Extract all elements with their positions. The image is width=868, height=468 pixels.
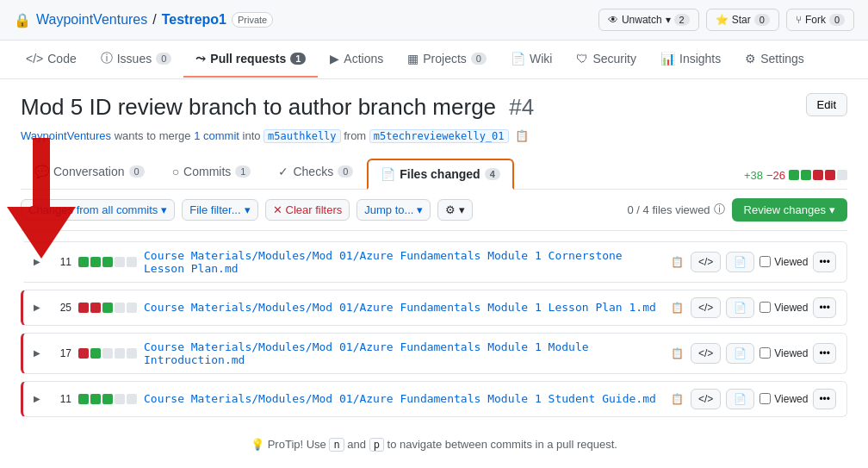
pr-tab-checks[interactable]: ✓ Checks 0 [264,156,367,189]
file-path-2[interactable]: Course Materials/Modules/Mod 01/Azure Fu… [144,301,664,314]
nav-tabs: </> Code ⓘ Issues 0 ⤳ Pull requests 1 ▶ … [0,41,868,79]
changes-label: Changes from all commits [28,203,158,216]
tab-insights[interactable]: 📊 Insights [648,41,733,78]
stat-block-green-1 [789,170,799,180]
commits-icon: ○ [172,165,179,178]
checks-icon: ✓ [278,165,288,178]
table-row: ▶ 11 Course Materials/Modules/Mod 01/Azu… [21,381,847,417]
more-button-4[interactable]: ••• [813,389,836,409]
view-file-button-2[interactable]: 📄 [726,297,754,318]
stat-block-gray-1 [837,170,847,180]
file-lines-1: 11 [51,256,71,268]
pr-tab-commits[interactable]: ○ Commits 1 [158,156,265,189]
repo-actions: 👁 Unwatch ▾ 2 ⭐ Star 0 ⑂ Fork 0 [598,9,854,31]
changes-from-button[interactable]: Changes from all commits ▾ [21,199,175,221]
view-file-button-3[interactable]: 📄 [726,343,754,364]
view-code-button-2[interactable]: </> [691,297,721,318]
view-file-button-1[interactable]: 📄 [726,252,754,272]
file-copy-icon-1[interactable]: 📋 [671,256,684,268]
edit-button[interactable]: Edit [806,93,847,116]
diff-block [127,348,137,359]
viewed-label-1[interactable]: Viewed [760,256,808,268]
viewed-checkbox-3[interactable] [760,347,771,359]
more-button-1[interactable]: ••• [813,252,836,272]
star-button[interactable]: ⭐ Star 0 [706,9,779,31]
tab-code[interactable]: </> Code [14,41,89,78]
view-code-button-4[interactable]: </> [691,389,721,409]
commit-count-link[interactable]: 1 commit [194,129,239,142]
file-copy-icon-2[interactable]: 📋 [671,302,684,314]
settings-icon: ⚙ [745,52,756,66]
repo-title: 🔒 WaypointVentures / Testrepo1 Private [14,12,273,28]
tab-security[interactable]: 🛡 Security [564,41,648,78]
file-actions-2: </> 📄 Viewed ••• [691,297,836,318]
more-button-3[interactable]: ••• [813,343,836,364]
file-copy-icon-3[interactable]: 📋 [671,347,684,359]
tab-pull-requests[interactable]: ⤳ Pull requests 1 [183,41,318,78]
jump-to-button[interactable]: Jump to... ▾ [356,199,431,221]
issues-icon: ⓘ [101,51,113,66]
diff-block [102,348,113,359]
expander-icon-4[interactable]: ▶ [30,392,44,405]
fork-button[interactable]: ⑂ Fork 0 [786,9,854,31]
copy-icon[interactable]: 📋 [515,129,529,142]
diff-block [115,303,125,313]
expander-icon-2[interactable]: ▶ [30,301,44,314]
stat-blocks [789,170,847,180]
viewed-checkbox-2[interactable] [760,302,771,313]
diff-block [78,257,89,267]
diff-block [78,303,89,313]
diff-block [115,394,125,404]
author-link[interactable]: WaypointVentures [21,129,111,142]
expander-icon-3[interactable]: ▶ [30,346,44,359]
view-code-button-1[interactable]: </> [691,252,721,272]
file-copy-icon-4[interactable]: 📋 [671,393,684,405]
files-viewed: 0 / 4 files viewed ⓘ [628,202,725,217]
target-branch-link[interactable]: m5authkelly [264,129,340,143]
file-lines-4: 11 [51,393,71,405]
review-changes-button[interactable]: Review changes ▾ [732,198,847,222]
view-code-button-3[interactable]: </> [691,343,721,364]
file-actions-4: </> 📄 Viewed ••• [691,389,836,409]
gear-dropdown-icon: ▾ [459,203,465,216]
tab-settings[interactable]: ⚙ Settings [733,41,816,78]
diff-block [90,348,101,359]
dropdown-icon: ▾ [161,203,167,216]
viewed-checkbox-4[interactable] [760,393,771,404]
pr-tab-files-changed[interactable]: 📄 Files changed 4 [367,159,513,190]
file-filter-button[interactable]: File filter... ▾ [182,199,257,221]
security-icon: 🛡 [576,52,588,66]
diff-stats: +38 −26 [744,169,847,189]
clear-filters-button[interactable]: ✕ Clear filters [265,199,350,221]
repo-link[interactable]: Testrepo1 [162,12,226,28]
tab-actions[interactable]: ▶ Actions [318,41,395,78]
pr-tab-conversation[interactable]: 💬 Conversation 0 [21,156,158,189]
expander-icon-1[interactable]: ▶ [30,255,44,268]
tab-wiki[interactable]: 📄 Wiki [499,41,564,78]
unwatch-button[interactable]: 👁 Unwatch ▾ 2 [598,9,699,31]
tab-projects[interactable]: ▦ Projects 0 [395,41,499,78]
org-link[interactable]: WaypointVentures [36,12,147,28]
source-branch-link[interactable]: m5techreviewekelly_01 [369,129,509,143]
view-file-button-4[interactable]: 📄 [726,389,754,409]
file-path-3[interactable]: Course Materials/Modules/Mod 01/Azure Fu… [144,340,664,366]
stat-block-red-2 [825,170,835,180]
projects-icon: ▦ [407,52,418,66]
viewed-label-2[interactable]: Viewed [760,302,808,314]
viewed-label-3[interactable]: Viewed [760,347,808,359]
file-actions-1: </> 📄 Viewed ••• [691,252,836,272]
tab-issues[interactable]: ⓘ Issues 0 [89,41,184,78]
more-button-2[interactable]: ••• [813,297,836,318]
pr-title-row: Mod 5 ID review branch to author branch … [21,93,847,122]
code-icon: </> [26,52,43,66]
viewed-checkbox-1[interactable] [760,256,771,267]
viewed-label-4[interactable]: Viewed [760,393,808,405]
file-path-1[interactable]: Course Materials/Modules/Mod 01/Azure Fu… [144,249,664,275]
star-icon: ⭐ [716,14,728,26]
table-row: ▶ 25 Course Materials/Modules/Mod 01/Azu… [21,290,847,326]
file-path-4[interactable]: Course Materials/Modules/Mod 01/Azure Fu… [144,392,664,405]
info-icon[interactable]: ⓘ [714,202,725,217]
diff-block [115,257,125,267]
gear-button[interactable]: ⚙ ▾ [437,199,473,221]
file-diff-blocks-2 [78,303,137,313]
